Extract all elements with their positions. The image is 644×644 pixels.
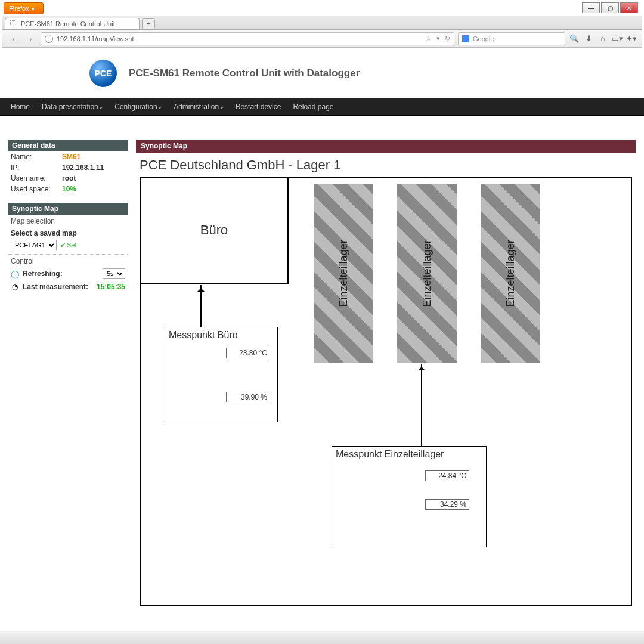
- main-header: Synoptic Map: [136, 140, 636, 153]
- nav-data-presentation[interactable]: Data presentation: [42, 103, 103, 111]
- map-shelf-1: Einzelteillager: [314, 184, 373, 363]
- mp1-temperature: 23.80 °C: [226, 348, 270, 358]
- url-input[interactable]: 192.168.1.11/mapView.sht ☆ ▾ ↻: [41, 32, 454, 45]
- page-title: PCE-SM61 Remote Control Unit with Datalo…: [129, 67, 360, 79]
- bookmark-star-icon[interactable]: ☆: [426, 35, 432, 42]
- page-content: PCE PCE-SM61 Remote Control Unit with Da…: [0, 49, 644, 630]
- reload-icon[interactable]: ↻: [445, 35, 450, 42]
- tab-title: PCE-SM61 Remote Control Unit: [21, 20, 115, 27]
- synoptic-map-canvas: Büro Einzelteillager Einzelteillager Ein…: [140, 177, 632, 606]
- nav-administration[interactable]: Administration: [174, 103, 224, 111]
- pce-logo-icon: PCE: [89, 60, 117, 87]
- download-icon[interactable]: ⬇: [583, 33, 594, 44]
- nav-restart-device[interactable]: Restart device: [236, 103, 281, 111]
- window-close-button[interactable]: ✕: [620, 2, 638, 13]
- refreshing-label: Refreshing:: [23, 270, 99, 278]
- control-label: Control: [8, 255, 128, 267]
- synoptic-map-panel: Synoptic Map Map selection Select a save…: [8, 203, 128, 293]
- brand-header: PCE PCE-SM61 Remote Control Unit with Da…: [0, 49, 644, 98]
- globe-icon: [45, 35, 53, 43]
- measure-point-office: Messpunkt Büro 23.80 °C 39.90 %: [165, 327, 278, 422]
- status-bar: [0, 631, 644, 644]
- arrow-icon: [421, 364, 422, 446]
- map-office-box: Büro: [140, 177, 289, 284]
- map-selection-label: Map selection: [8, 215, 128, 227]
- search-input[interactable]: Google: [458, 32, 565, 45]
- mp1-humidity: 39.90 %: [226, 392, 270, 402]
- select-saved-map-label: Select a saved map: [8, 227, 128, 239]
- last-measurement-value: 15:05:35: [97, 283, 125, 291]
- mp1-title: Messpunkt Büro: [169, 330, 274, 340]
- mp2-humidity: 34.29 %: [425, 499, 469, 510]
- label-name: Name:: [11, 153, 62, 161]
- arrow-icon: [200, 285, 202, 327]
- refresh-interval-select[interactable]: 5s: [103, 268, 125, 279]
- window-maximize-button[interactable]: ▢: [601, 2, 619, 13]
- favicon-icon: [10, 20, 17, 27]
- search-placeholder: Google: [473, 35, 494, 42]
- value-name: SM61: [62, 153, 80, 161]
- general-data-header: General data: [8, 140, 128, 151]
- mp2-temperature: 24.84 °C: [425, 470, 469, 481]
- browser-tab[interactable]: PCE-SM61 Remote Control Unit: [5, 18, 140, 29]
- value-username: root: [62, 174, 76, 182]
- value-used-space: 10%: [62, 185, 76, 193]
- last-measurement-label: Last measurement:: [23, 283, 93, 291]
- value-ip: 192.168.1.11: [62, 163, 104, 172]
- window-minimize-button[interactable]: —: [582, 2, 600, 13]
- address-bar: ‹ › 192.168.1.11/mapView.sht ☆ ▾ ↻ Googl…: [2, 30, 642, 48]
- label-ip: IP:: [11, 163, 62, 172]
- nav-configuration[interactable]: Configuration: [114, 103, 162, 111]
- back-button[interactable]: ‹: [7, 33, 20, 45]
- firefox-menu-button[interactable]: Firefox: [4, 2, 44, 14]
- extensions-icon[interactable]: ✦▾: [626, 33, 637, 44]
- google-icon: [462, 35, 469, 42]
- tab-bar: PCE-SM61 Remote Control Unit +: [2, 16, 642, 30]
- refresh-spinner-icon: ◯: [11, 270, 19, 278]
- main-area: Synoptic Map PCE Deutschland GmbH - Lage…: [136, 140, 636, 606]
- set-map-button[interactable]: Set: [60, 242, 77, 249]
- forward-button[interactable]: ›: [24, 33, 37, 45]
- bookmarks-icon[interactable]: ▭▾: [612, 33, 623, 44]
- home-icon[interactable]: ⌂: [597, 33, 608, 44]
- map-shelf-2: Einzelteillager: [397, 184, 457, 363]
- main-nav: Home Data presentation Configuration Adm…: [0, 98, 644, 116]
- clock-icon: ◔: [11, 283, 19, 291]
- url-text: 192.168.1.11/mapView.sht: [57, 35, 134, 42]
- map-shelf-3: Einzelteillager: [481, 184, 540, 363]
- url-dropdown-icon[interactable]: ▾: [436, 35, 440, 42]
- mp2-title: Messpunkt Einzelteillager: [336, 449, 482, 460]
- general-data-panel: General data Name:SM61 IP:192.168.1.11 U…: [8, 140, 128, 194]
- label-used-space: Used space:: [11, 185, 62, 193]
- map-title: PCE Deutschland GmbH - Lager 1: [136, 153, 636, 177]
- nav-reload-page[interactable]: Reload page: [293, 103, 333, 111]
- sidebar: General data Name:SM61 IP:192.168.1.11 U…: [8, 140, 128, 606]
- map-select[interactable]: PCELAG1: [11, 240, 57, 250]
- new-tab-button[interactable]: +: [142, 18, 155, 29]
- nav-home[interactable]: Home: [11, 103, 30, 111]
- measure-point-warehouse: Messpunkt Einzelteillager 24.84 °C 34.29…: [332, 446, 487, 547]
- search-icon[interactable]: 🔍: [569, 33, 580, 44]
- label-username: Username:: [11, 174, 62, 182]
- synoptic-map-header: Synoptic Map: [8, 203, 128, 215]
